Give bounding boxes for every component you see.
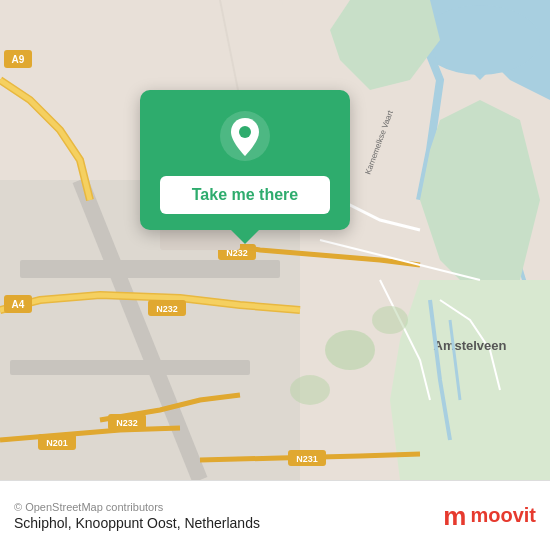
map-svg: N232 N232 N232 N201 N231 A9 A4	[0, 0, 550, 480]
svg-text:N232: N232	[116, 418, 138, 428]
svg-rect-3	[20, 260, 280, 278]
map-area: N232 N232 N232 N201 N231 A9 A4	[0, 0, 550, 480]
svg-text:A4: A4	[12, 299, 25, 310]
app-container: N232 N232 N232 N201 N231 A9 A4	[0, 0, 550, 550]
svg-text:N231: N231	[296, 454, 318, 464]
moovit-m-letter: m	[443, 503, 466, 529]
location-name: Schiphol, Knooppunt Oost, Netherlands	[14, 515, 260, 531]
location-info: © OpenStreetMap contributors Schiphol, K…	[14, 501, 260, 531]
svg-text:N201: N201	[46, 438, 68, 448]
moovit-brand-name: moovit	[470, 504, 536, 527]
svg-point-24	[290, 375, 330, 405]
svg-point-27	[239, 126, 251, 138]
svg-text:A9: A9	[12, 54, 25, 65]
svg-point-23	[325, 330, 375, 370]
location-pin-icon	[219, 110, 271, 162]
moovit-logo: m moovit	[443, 503, 536, 529]
popup-card: Take me there	[140, 90, 350, 230]
svg-point-25	[372, 306, 408, 334]
svg-rect-4	[10, 360, 250, 375]
bottom-bar: © OpenStreetMap contributors Schiphol, K…	[0, 480, 550, 550]
copyright-text: © OpenStreetMap contributors	[14, 501, 260, 513]
svg-text:N232: N232	[156, 304, 178, 314]
take-me-there-button[interactable]: Take me there	[160, 176, 330, 214]
svg-text:Amstelveen: Amstelveen	[434, 338, 507, 353]
